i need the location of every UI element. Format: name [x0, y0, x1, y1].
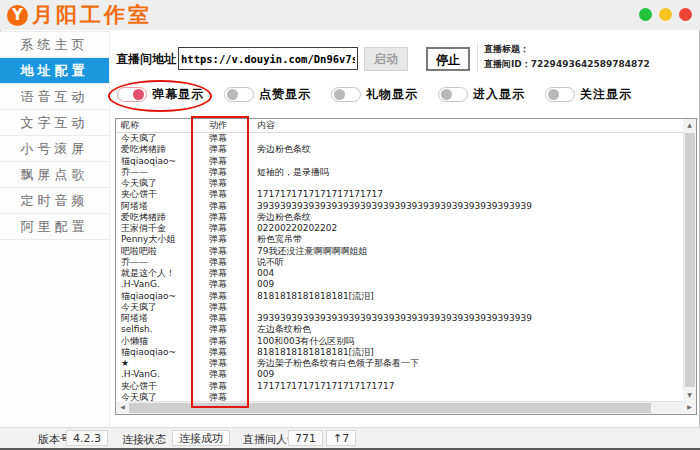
- cell-content: 79我还没注意啊啊啊啊姐姐: [257, 246, 681, 257]
- stop-button[interactable]: 停止: [426, 47, 470, 71]
- chat-table-body: 今天疯了弹幕爱吃烤猪蹄弹幕旁边粉色条纹猫qiaoqiao~弹幕乔——弹幕短袖的，…: [116, 133, 683, 401]
- table-row[interactable]: 爱吃烤猪蹄弹幕旁边粉色条纹: [116, 212, 683, 223]
- toggle-label-2: 点赞显示: [259, 86, 311, 103]
- toggle-knob-icon: [548, 89, 559, 100]
- table-row[interactable]: 猫qiaoqiao~弹幕: [116, 156, 683, 167]
- toggle-label-3: 礼物显示: [366, 86, 418, 103]
- room-url-input[interactable]: [178, 47, 358, 70]
- cell-nickname: 爱吃烤猪蹄: [121, 144, 206, 155]
- popularity-delta: ↑7: [326, 430, 356, 446]
- sidebar-item-5[interactable]: 小号滚屏: [0, 136, 109, 162]
- vertical-scrollbar[interactable]: ▲ ▼: [683, 119, 696, 401]
- table-row[interactable]: 吧啦吧啦弹幕79我还没注意啊啊啊啊姐姐: [116, 246, 683, 257]
- cell-content: 171717171717171717171717: [257, 381, 681, 392]
- toggle-knob-icon: [334, 89, 345, 100]
- toggle-switch-2[interactable]: [224, 87, 254, 102]
- stream-info: 直播标题： 直播间ID：7229493642589784872: [477, 42, 650, 72]
- cell-action: 弹幕: [209, 302, 254, 313]
- toggle-group-3: 礼物显示: [331, 86, 418, 103]
- cell-action: 弹幕: [209, 291, 254, 302]
- toggle-switch-1[interactable]: [117, 87, 147, 102]
- toggle-knob-icon: [133, 89, 144, 100]
- table-row[interactable]: ★弹幕旁边架子粉色条纹有白色领子那条看一下: [116, 358, 683, 369]
- table-row[interactable]: 今天疯了弹幕: [116, 392, 683, 401]
- table-row[interactable]: 爱吃烤猪蹄弹幕旁边粉色条纹: [116, 144, 683, 155]
- cell-content: 左边条纹粉色: [257, 324, 681, 335]
- cell-content: 3939393939393939393939393939393939393939…: [257, 313, 681, 324]
- cell-action: 弹幕: [209, 212, 254, 223]
- sidebar-item-2[interactable]: 地址配置: [0, 58, 109, 84]
- cell-nickname: 猫qiaoqiao~: [121, 347, 206, 358]
- toggle-label-1: 弹幕显示: [152, 86, 204, 103]
- table-row[interactable]: 王家俏千金弹幕02200220202202: [116, 223, 683, 234]
- toggle-switch-5[interactable]: [545, 87, 575, 102]
- cell-nickname: 小懒猫: [121, 336, 206, 347]
- horizontal-scrollbar[interactable]: ◀ ▶: [116, 401, 696, 414]
- cell-content: 旁边粉色条纹: [257, 212, 681, 223]
- cell-content: 1717171717171717171717: [257, 189, 681, 200]
- cell-nickname: ★: [121, 358, 206, 369]
- table-row[interactable]: 小懒猫弹幕100和003有什么区别吗: [116, 336, 683, 347]
- scroll-right-icon[interactable]: ▶: [683, 401, 696, 414]
- table-row[interactable]: 今天疯了弹幕: [116, 133, 683, 144]
- sidebar-item-8[interactable]: 阿里配置: [0, 214, 109, 240]
- table-row[interactable]: 阿塔塔弹幕39393939393939393939393939393939393…: [116, 313, 683, 324]
- table-row[interactable]: selfish.弹幕左边条纹粉色: [116, 324, 683, 335]
- table-row[interactable]: 夹心饼干弹幕171717171717171717171717: [116, 381, 683, 392]
- table-row[interactable]: 乔——弹幕说不听: [116, 257, 683, 268]
- yellow-light[interactable]: [659, 8, 672, 21]
- cell-action: 弹幕: [209, 347, 254, 358]
- sidebar-item-3[interactable]: 语音互动: [0, 84, 109, 110]
- cell-nickname: .H-VanG.: [121, 369, 206, 380]
- cell-action: 弹幕: [209, 234, 254, 245]
- red-light[interactable]: [679, 8, 692, 21]
- green-light[interactable]: [639, 8, 652, 21]
- cell-nickname: 夹心饼干: [121, 189, 206, 200]
- sidebar-item-4[interactable]: 文字互动: [0, 110, 109, 136]
- start-button[interactable]: 启动: [364, 47, 408, 71]
- cell-action: 弹幕: [209, 133, 254, 144]
- table-row[interactable]: 阿塔塔弹幕39393939393939393939393939393939393…: [116, 201, 683, 212]
- toggle-switch-3[interactable]: [331, 87, 361, 102]
- connection-status: 连接成功: [172, 430, 230, 446]
- header-content: 内容: [257, 119, 681, 132]
- table-row[interactable]: .H-VanG.弹幕009: [116, 369, 683, 380]
- connection-label: 连接状态: [122, 432, 166, 447]
- table-row[interactable]: 乔——弹幕短袖的，是录播吗: [116, 167, 683, 178]
- cell-content: 旁边架子粉色条纹有白色领子那条看一下: [257, 358, 681, 369]
- cell-action: 弹幕: [209, 392, 254, 401]
- display-toggle-row: 弹幕显示点赞显示礼物显示进入显示关注显示: [117, 86, 652, 103]
- toggle-knob-icon: [441, 89, 452, 100]
- sidebar-item-6[interactable]: 飘屏点歌: [0, 162, 109, 188]
- cell-action: 弹幕: [209, 223, 254, 234]
- table-row[interactable]: 就是这个人！弹幕004: [116, 268, 683, 279]
- cell-nickname: 阿塔塔: [121, 201, 206, 212]
- scroll-down-icon[interactable]: ▼: [683, 389, 696, 401]
- cell-content: 8181818181818181[流泪]: [257, 291, 681, 302]
- cell-content: 004: [257, 268, 681, 279]
- table-row[interactable]: 夹心饼干弹幕1717171717171717171717: [116, 189, 683, 200]
- table-row[interactable]: .H-VanG.弹幕009: [116, 279, 683, 290]
- cell-action: 弹幕: [209, 358, 254, 369]
- toggle-switch-4[interactable]: [438, 87, 468, 102]
- cell-nickname: selfish.: [121, 324, 206, 335]
- table-row[interactable]: 今天疯了弹幕: [116, 302, 683, 313]
- header-action: 动作: [209, 119, 254, 132]
- table-row[interactable]: 猫qiaoqiao~弹幕8181818181818181[流泪]: [116, 291, 683, 302]
- title-bar: Y 月阳工作室: [0, 0, 700, 30]
- table-row[interactable]: Penny大小姐弹幕粉色宽吊带: [116, 234, 683, 245]
- sidebar-item-7[interactable]: 定时音频: [0, 188, 109, 214]
- toggle-knob-icon: [227, 89, 238, 100]
- cell-action: 弹幕: [209, 324, 254, 335]
- cell-nickname: 猫qiaoqiao~: [121, 291, 206, 302]
- table-row[interactable]: 猫qiaoqiao~弹幕8181818181818181[流泪]: [116, 347, 683, 358]
- cell-nickname: 猫qiaoqiao~: [121, 156, 206, 167]
- sidebar-item-1[interactable]: 系统主页: [0, 32, 109, 58]
- cell-nickname: 阿塔塔: [121, 313, 206, 324]
- scroll-left-icon[interactable]: ◀: [116, 401, 129, 414]
- sidebar-nav: 系统主页地址配置语音互动文字互动小号滚屏飘屏点歌定时音频阿里配置: [0, 31, 110, 427]
- horizontal-scroll-thumb[interactable]: [129, 403, 651, 413]
- table-row[interactable]: 今天疯了弹幕: [116, 178, 683, 189]
- vertical-scroll-thumb[interactable]: [685, 133, 695, 387]
- scroll-up-icon[interactable]: ▲: [683, 119, 696, 131]
